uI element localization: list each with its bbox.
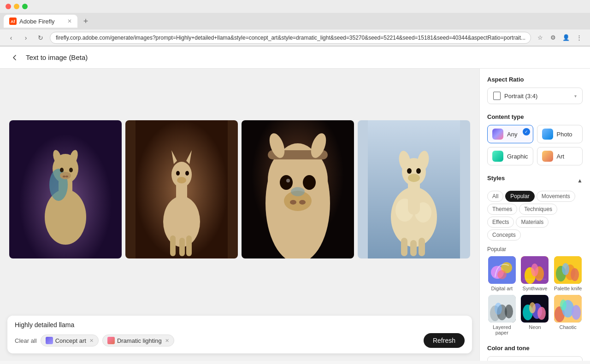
generated-image-2[interactable]	[125, 120, 238, 258]
forward-nav-button[interactable]: ›	[20, 32, 31, 43]
svg-rect-42	[410, 240, 417, 256]
style-item-chaotic[interactable]: Chaotic	[553, 295, 583, 335]
concept-art-tag-label: Concept art	[55, 337, 86, 344]
tag-dramatic-lighting[interactable]: Dramatic lighting ✕	[102, 335, 174, 346]
svg-point-32	[286, 179, 290, 182]
svg-point-11	[60, 172, 71, 179]
page-title: Text to image (Beta)	[26, 53, 88, 61]
style-item-palette-knife[interactable]: Palette knife	[553, 256, 583, 291]
style-filter-materials[interactable]: Materials	[516, 217, 549, 228]
aspect-ratio-value: Portrait (3:4)	[504, 93, 537, 100]
svg-point-22	[185, 171, 189, 176]
menu-icon[interactable]: ⋮	[573, 32, 584, 43]
bookmark-icon[interactable]: ☆	[535, 32, 546, 43]
prompt-tags-row: Clear all Concept art ✕ Dramatic lightin…	[15, 333, 465, 348]
svg-point-79	[560, 299, 566, 311]
reload-nav-button[interactable]: ↻	[35, 32, 46, 43]
layered-paper-thumb	[488, 295, 516, 323]
back-arrow-icon	[11, 53, 19, 62]
svg-point-58	[531, 264, 538, 276]
new-tab-button[interactable]: +	[79, 15, 92, 28]
traffic-light-green[interactable]	[22, 4, 28, 9]
photo-type-icon	[542, 129, 553, 140]
style-item-synthwave[interactable]: Synthwave	[520, 256, 550, 291]
svg-point-78	[572, 305, 581, 320]
svg-point-30	[280, 175, 293, 190]
digital-art-thumb	[488, 256, 516, 284]
content-type-grid: Any ✓ Photo Graphic Art	[487, 125, 583, 165]
layered-paper-label: Layered paper	[487, 324, 517, 335]
tab-close-button[interactable]: ✕	[67, 18, 72, 24]
concept-art-tag-close[interactable]: ✕	[89, 338, 94, 344]
style-filter-all[interactable]: All	[487, 191, 503, 202]
aspect-ratio-dropdown[interactable]: Portrait (3:4) ▾	[487, 88, 583, 104]
svg-point-54	[497, 270, 507, 279]
any-selected-check: ✓	[523, 128, 530, 135]
art-type-icon	[542, 151, 553, 162]
generated-image-4[interactable]	[358, 120, 470, 258]
svg-rect-41	[401, 238, 407, 256]
styles-header: Styles ▲	[487, 175, 583, 186]
active-tab[interactable]: Af Adobe Firefly ✕	[4, 15, 77, 28]
right-panel: Aspect Ratio Portrait (3:4) ▾ Content ty…	[479, 69, 590, 361]
art-type-label: Art	[557, 153, 565, 160]
style-filter-concepts[interactable]: Concepts	[487, 229, 521, 241]
svg-point-35	[299, 200, 306, 205]
svg-point-69	[495, 303, 502, 315]
images-grid	[0, 69, 479, 310]
content-type-photo[interactable]: Photo	[537, 125, 583, 143]
photo-type-label: Photo	[557, 131, 572, 138]
content-type-art[interactable]: Art	[537, 147, 583, 165]
color-tone-dropdown[interactable]: None ▾	[487, 356, 583, 361]
style-filter-effects[interactable]: Effects	[487, 217, 514, 228]
prompt-text: Highly detailed llama	[15, 321, 465, 329]
svg-point-20	[171, 162, 192, 188]
graphic-type-icon	[492, 151, 503, 162]
tab-title: Adobe Firefly	[19, 18, 55, 25]
address-input[interactable]	[50, 32, 531, 44]
style-item-neon[interactable]: Neon	[520, 295, 550, 335]
aspect-ratio-title: Aspect Ratio	[487, 76, 583, 83]
style-item-digital-art[interactable]: Digital art	[487, 256, 517, 291]
svg-rect-17	[179, 238, 185, 256]
svg-point-68	[505, 305, 513, 318]
color-tone-section: Color and tone None ▾	[487, 345, 583, 361]
svg-point-48	[407, 168, 412, 174]
svg-point-31	[303, 175, 316, 190]
style-filter-tabs: All Popular Movements Themes Techniques …	[487, 191, 583, 241]
styles-collapse-icon[interactable]: ▲	[577, 177, 583, 184]
traffic-light-yellow[interactable]	[14, 4, 19, 9]
style-filter-themes[interactable]: Themes	[487, 204, 517, 215]
aspect-ratio-chevron-icon: ▾	[574, 94, 577, 99]
traffic-lights	[6, 4, 28, 9]
style-item-layered-paper[interactable]: Layered paper	[487, 295, 517, 335]
clear-all-button[interactable]: Clear all	[15, 335, 37, 346]
tag-concept-art[interactable]: Concept art ✕	[41, 335, 99, 346]
prompt-bar: Highly detailed llama Clear all Concept …	[7, 316, 472, 353]
content-type-any[interactable]: Any ✓	[487, 125, 533, 143]
profile-icon[interactable]: 👤	[560, 32, 572, 43]
palette-knife-thumb-svg	[554, 256, 582, 284]
generated-image-3[interactable]	[242, 120, 354, 258]
style-grid: Digital art Synthwave	[487, 256, 583, 335]
llama-image-4-svg	[358, 120, 470, 258]
app-back-button[interactable]	[7, 50, 22, 65]
dramatic-lighting-tag-close[interactable]: ✕	[165, 338, 169, 344]
svg-point-13	[65, 176, 68, 177]
layered-paper-thumb-svg	[488, 295, 516, 323]
back-nav-button[interactable]: ‹	[6, 32, 17, 43]
neon-thumb	[521, 295, 549, 323]
refresh-button[interactable]: Refresh	[424, 333, 465, 348]
style-filter-popular[interactable]: Popular	[505, 191, 534, 202]
generated-image-1[interactable]	[9, 120, 122, 258]
extensions-icon[interactable]: ⚙	[548, 32, 559, 43]
browser-toolbar-icons: ☆ ⚙ 👤 ⋮	[535, 32, 584, 43]
app-body: Highly detailed llama Clear all Concept …	[0, 69, 590, 361]
style-filter-movements[interactable]: Movements	[537, 191, 575, 202]
svg-point-21	[176, 171, 180, 176]
content-type-graphic[interactable]: Graphic	[487, 147, 533, 165]
chaotic-thumb-svg	[554, 295, 582, 323]
style-filter-techniques[interactable]: Techniques	[519, 204, 557, 215]
svg-rect-16	[170, 235, 176, 256]
traffic-light-red[interactable]	[6, 4, 11, 9]
